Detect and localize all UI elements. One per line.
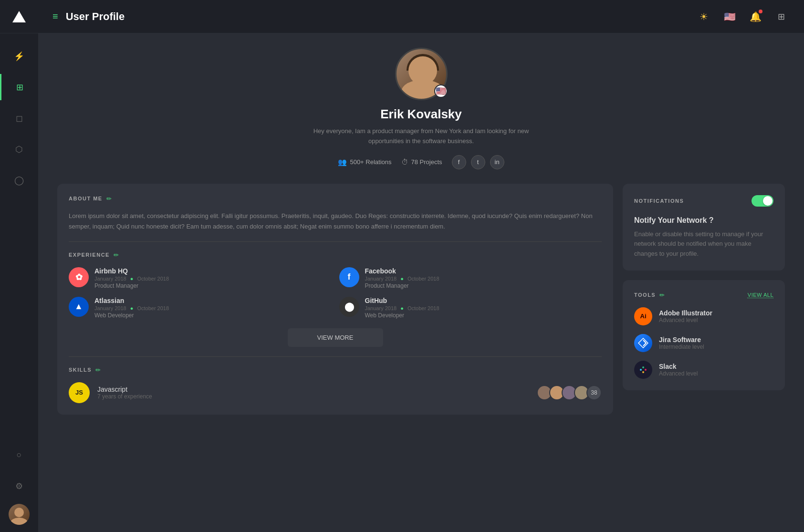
experience-grid: ✿ Airbnb HQ January 2018 ● October 2018 … <box>69 267 602 319</box>
divider-2 <box>69 356 602 357</box>
main-content: ≡ User Profile ☀ 🇺🇸 🔔 ⊞ <box>38 0 804 532</box>
settings-icon: ⚙ <box>15 481 23 491</box>
page-title: User Profile <box>66 10 695 23</box>
airbnb-logo: ✿ <box>69 267 89 287</box>
github-company: GitHub <box>365 297 439 304</box>
twitter-link[interactable]: t <box>471 155 485 169</box>
sidebar-item-chat[interactable]: ◯ <box>0 167 38 193</box>
js-experience: 7 years of experience <box>97 393 529 400</box>
illustrator-info: Adobe Illustrator Advanced level <box>659 309 712 323</box>
facebook-info: Facebook January 2018 ● October 2018 Pro… <box>365 267 439 289</box>
header-actions: ☀ 🇺🇸 🔔 ⊞ <box>695 8 790 25</box>
github-info: GitHub January 2018 ● October 2018 Web D… <box>365 297 439 319</box>
content-area: 🇺🇸 Erik Kovalsky Hey everyone, Iam a pro… <box>38 33 804 532</box>
slack-logo <box>634 361 652 379</box>
illustrator-name: Adobe Illustrator <box>659 309 712 317</box>
notifications-button[interactable]: 🔔 <box>747 8 764 25</box>
sidebar-user-avatar[interactable] <box>9 504 30 525</box>
atlassian-info: Atlassian January 2018 ● October 2018 We… <box>94 297 169 319</box>
language-selector[interactable]: 🇺🇸 <box>721 8 738 25</box>
notify-network-title: Notify Your Network ? <box>634 216 773 225</box>
view-more-button[interactable]: VIEW MORE <box>288 328 383 347</box>
facebook-link[interactable]: f <box>452 155 466 169</box>
atlassian-role: Web Developer <box>94 312 169 319</box>
jira-name: Jira Software <box>659 336 704 344</box>
slack-icon <box>637 364 649 376</box>
header: ≡ User Profile ☀ 🇺🇸 🔔 ⊞ <box>38 0 804 33</box>
about-text: Lorem ipsum dolor sit amet, consectetur … <box>69 211 602 232</box>
airbnb-role: Product Manager <box>94 282 169 289</box>
relations-count: 500+ Relations <box>350 158 391 166</box>
sidebar-item-chip[interactable]: ⬡ <box>0 136 38 162</box>
slack-name: Slack <box>659 363 698 370</box>
notifications-toggle[interactable] <box>752 195 773 207</box>
github-logo: ⬤ <box>339 297 359 317</box>
js-name: Javascript <box>97 386 529 393</box>
menu-icon[interactable]: ≡ <box>52 11 58 22</box>
illustrator-logo: Ai <box>634 307 652 325</box>
experience-header: EXPERIENCE ✏ <box>69 251 602 259</box>
sidebar-nav: ⚡ ⊞ ◻ ⬡ ◯ <box>0 33 38 442</box>
sidebar-item-dashboard[interactable]: ⊞ <box>0 74 38 100</box>
skills-edit-icon[interactable]: ✏ <box>95 366 101 374</box>
logo-triangle-icon <box>12 11 26 22</box>
tools-edit-icon[interactable]: ✏ <box>659 292 665 299</box>
profile-flag-badge: 🇺🇸 <box>434 84 448 98</box>
sidebar-item-3d[interactable]: ◻ <box>0 105 38 131</box>
experience-edit-icon[interactable]: ✏ <box>114 251 119 259</box>
facebook-dates: January 2018 ● October 2018 <box>365 276 439 282</box>
atlassian-dates: January 2018 ● October 2018 <box>94 305 169 311</box>
sidebar-item-search[interactable]: ○ <box>0 442 38 468</box>
theme-toggle-button[interactable]: ☀ <box>695 8 712 25</box>
linkedin-link[interactable]: in <box>490 155 504 169</box>
search-icon: ○ <box>17 450 22 460</box>
airbnb-icon: ✿ <box>75 272 83 282</box>
github-icon: ⬤ <box>345 302 354 312</box>
cards-grid: ABOUT ME ✏ Lorem ipsum dolor sit amet, c… <box>57 184 785 415</box>
atlassian-company: Atlassian <box>94 297 169 304</box>
tools-header: TOOLS ✏ VIEW ALL <box>634 292 773 299</box>
sidebar-item-activity[interactable]: ⚡ <box>0 43 38 69</box>
about-header: ABOUT ME ✏ <box>69 195 602 202</box>
jira-info: Jira Software Intermediate level <box>659 336 704 350</box>
cube-icon: ◻ <box>16 113 23 124</box>
right-panel: NOTIFICATIONS Notify Your Network ? Enab… <box>623 184 785 415</box>
sidebar: ⚡ ⊞ ◻ ⬡ ◯ ○ ⚙ <box>0 0 38 532</box>
chat-icon: ◯ <box>14 175 24 186</box>
experience-title: EXPERIENCE <box>69 252 110 258</box>
sidebar-item-settings[interactable]: ⚙ <box>0 473 38 499</box>
skills-title: SKILLS <box>69 367 92 373</box>
relations-icon: 👥 <box>338 158 347 167</box>
projects-count: 78 Projects <box>411 158 442 166</box>
activity-icon: ⚡ <box>14 51 24 62</box>
experience-item-atlassian: ▲ Atlassian January 2018 ● October 2018 … <box>69 297 332 319</box>
projects-stat: ⏱ 78 Projects <box>401 158 442 166</box>
facebook-icon: f <box>348 272 351 282</box>
profile-bio: Hey everyone, Iam a product manager from… <box>302 126 541 146</box>
profile-name: Erik Kovalsky <box>57 107 785 122</box>
svg-rect-3 <box>645 369 647 371</box>
atlassian-icon: ▲ <box>74 302 83 312</box>
slack-info: Slack Advanced level <box>659 363 698 377</box>
experience-item-facebook: f Facebook January 2018 ● October 2018 P… <box>339 267 602 289</box>
notifications-title: NOTIFICATIONS <box>634 198 684 204</box>
app-logo[interactable] <box>0 0 38 33</box>
flag-icon: 🇺🇸 <box>721 9 738 25</box>
experience-item-airbnb: ✿ Airbnb HQ January 2018 ● October 2018 … <box>69 267 332 289</box>
tools-card: TOOLS ✏ VIEW ALL Ai Adobe Illustrator Ad… <box>623 280 785 390</box>
tools-view-all[interactable]: VIEW ALL <box>748 292 773 298</box>
tool-item-jira: Jira Software Intermediate level <box>634 334 773 352</box>
toggle-knob <box>763 196 773 206</box>
illustrator-level: Advanced level <box>659 317 712 323</box>
apps-button[interactable]: ⊞ <box>773 8 790 25</box>
airbnb-dates: January 2018 ● October 2018 <box>94 276 169 282</box>
grid-icon: ⊞ <box>778 11 785 22</box>
skill-endorsers: 38 <box>537 385 602 400</box>
experience-item-github: ⬤ GitHub January 2018 ● October 2018 Web… <box>339 297 602 319</box>
main-card: ABOUT ME ✏ Lorem ipsum dolor sit amet, c… <box>57 184 613 415</box>
skill-item-javascript: JS Javascript 7 years of experience 38 <box>69 382 602 403</box>
profile-stats: 👥 500+ Relations ⏱ 78 Projects f t in <box>57 155 785 169</box>
about-edit-icon[interactable]: ✏ <box>106 195 112 202</box>
jira-icon <box>638 338 648 348</box>
slack-level: Advanced level <box>659 370 698 377</box>
